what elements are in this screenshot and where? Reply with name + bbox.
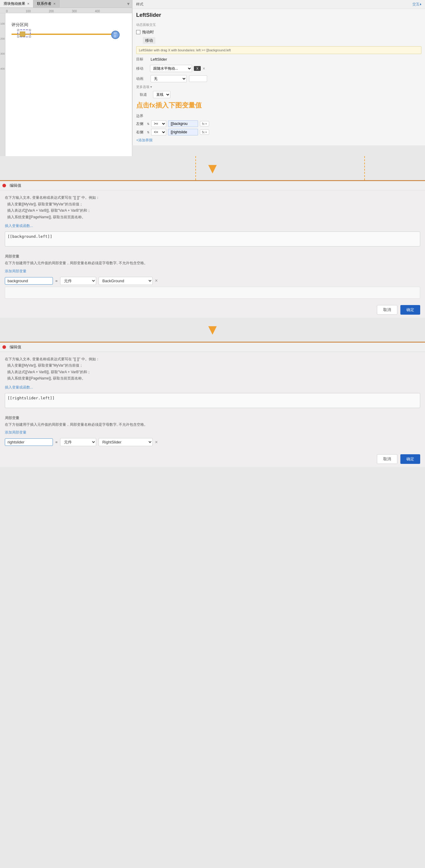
animation-select[interactable]: 无	[150, 75, 187, 82]
move-action-row: 移动	[133, 36, 425, 45]
movement-x-badge: X	[194, 66, 201, 71]
target-label: 目标	[136, 57, 148, 62]
dialog2-var-row: = 元件 RightSlider ×	[5, 438, 420, 446]
tab-close-icon[interactable]: ✕	[27, 2, 29, 5]
dialog2-bullet-2: 插入表达式[[VarA + VarB]], 获取"VarA + VarB"的和；	[7, 369, 420, 376]
right-boundary-value: [[rightslide	[168, 129, 198, 135]
panel-section-label: 样式	[136, 2, 143, 7]
component-name: LeftSlider	[133, 9, 425, 21]
slider-right-thumb[interactable]: 10分	[111, 31, 120, 39]
dialog2-var-delete-icon[interactable]: ×	[155, 439, 158, 445]
handle-br	[29, 36, 31, 37]
dialog1-cancel-button[interactable]: 取消	[377, 305, 397, 315]
dialog2-var-component[interactable]: RightSlider	[98, 438, 153, 446]
tab-contact-close-icon[interactable]: ✕	[53, 2, 56, 5]
dialog1-var-name[interactable]	[5, 277, 53, 285]
dialog1-bullet-3: 插入系统变量[[PageName]], 获取当前页面名称。	[7, 214, 420, 221]
separator2-section: ▼	[0, 318, 425, 342]
handle-bl	[17, 36, 19, 37]
dialog1-var-type[interactable]: 元件	[60, 277, 96, 285]
animation-label: 动画	[136, 76, 148, 81]
dialog1-var-delete-icon[interactable]: ×	[155, 278, 158, 283]
handle-tl	[17, 29, 19, 31]
track-label: 轨道	[136, 91, 150, 98]
panel-header: 样式 交互♦	[133, 0, 425, 9]
dialog2-title: 编辑值	[10, 344, 21, 350]
dashed-line-right	[364, 156, 365, 180]
dialog1-insert-link[interactable]: 插入变量或函数...	[5, 223, 420, 228]
right-op-select[interactable]: <=	[151, 129, 166, 135]
dialog1-empty-area	[5, 287, 420, 299]
right-close-x-icon[interactable]: ×	[205, 130, 207, 134]
dialog1-var-component[interactable]: BackGround	[98, 277, 153, 285]
target-row: 目标 LeftSlider	[133, 55, 425, 63]
dialog2-instructions: 在下方输入文本, 变量名称或表达式要写在 "[[ ]]" 中。例如： 插入变量[…	[5, 356, 420, 382]
track-row: 轨道 直线	[133, 90, 425, 99]
right-fx-button[interactable]: fx ×	[200, 129, 209, 135]
dialog1-local-var: 局部变量 在下方创建用于插入元件值的局部变量，局部变量名称必须是字母数字, 不允…	[0, 251, 425, 302]
dialog1-bullet-2: 插入表达式[[VarA + VarB]], 获取"VarA + VarB"的和；	[7, 208, 420, 214]
dialog2-local-var-desc: 在下方创建用于插入元件值的局部变量，局部变量名称必须是字母数字, 不允许包含空格…	[5, 422, 420, 428]
orange-hint-text: 点击fx插入下图变量值	[136, 101, 202, 109]
dialog2-local-var: 局部变量 在下方创建用于插入元件值的局部变量，局部变量名称必须是字母数字, 不允…	[0, 412, 425, 451]
dialog2-confirm-button[interactable]: 确定	[400, 454, 420, 464]
track-select[interactable]: 直线	[153, 91, 170, 98]
dialog1-instructions: 在下方输入文本, 变量名称或表达式要写在 "[[ ]]" 中。例如： 插入变量[…	[5, 194, 420, 220]
fx-label: fx	[202, 122, 205, 125]
slider-track[interactable]: 10分	[11, 31, 120, 40]
close-x-icon[interactable]: ×	[205, 122, 207, 125]
dialog1-add-var-link[interactable]: 添加局部变量	[5, 269, 420, 274]
drag-checkbox[interactable]	[136, 30, 140, 34]
more-options[interactable]: 更多选项 ▾	[133, 84, 425, 90]
dialog1-container: 编辑值 在下方输入文本, 变量名称或表达式要写在 "[[ ]]" 中。例如： 插…	[0, 180, 425, 318]
description-text: LeftSlider with drag X with boundaries: …	[139, 48, 231, 52]
move-label: 移动	[143, 37, 155, 44]
dialog2-var-name[interactable]	[5, 438, 53, 446]
dialog1-title: 编辑值	[10, 183, 21, 188]
movement-select[interactable]: 跟随水平拖动...	[150, 65, 192, 72]
tab-slider-effect[interactable]: 滑块拖动效果 ✕	[0, 0, 33, 7]
interaction-link[interactable]: 交互♦	[413, 2, 421, 7]
tab-slider-label: 滑块拖动效果	[4, 1, 25, 6]
dialog2-local-var-title: 局部变量	[5, 415, 420, 421]
dialog2-cancel-button[interactable]: 取消	[377, 454, 397, 464]
left-fx-button[interactable]: fx ×	[200, 121, 209, 126]
ruler-vertical: 100 200 300 400	[0, 13, 5, 156]
score-label: 评分区间	[11, 22, 120, 28]
boundary-title: 边界	[136, 114, 421, 119]
dialog2-add-var-link[interactable]: 添加局部变量	[5, 430, 420, 435]
dialog2-textarea[interactable]: [[rightslider.left]]	[5, 393, 420, 408]
dialog1-var-eq: =	[55, 279, 58, 283]
dialog2-titlebar: 编辑值	[0, 343, 425, 352]
dialog2-intro: 在下方输入文本, 变量名称或表达式要写在 "[[ ]]" 中。例如：	[5, 356, 420, 363]
dialog1-confirm-button[interactable]: 确定	[400, 305, 420, 315]
animation-duration[interactable]: 500	[189, 75, 207, 82]
dialog2-insert-link[interactable]: 插入变量或函数...	[5, 385, 420, 390]
dialog2-var-type[interactable]: 元件	[60, 438, 96, 446]
tab-more-icon[interactable]: ▾	[125, 1, 132, 7]
slider-value-label: 10分	[114, 32, 117, 38]
drag-label: 拖动时	[142, 29, 154, 35]
dialog2-container: 编辑值 在下方输入文本, 变量名称或表达式要写在 "[[ ]]" 中。例如： 插…	[0, 342, 425, 467]
dynamic-panel-label: 动态面板交互	[133, 21, 425, 28]
dialog2-bullet-3: 插入系统变量[[PageName]], 获取当前页面名称。	[7, 375, 420, 382]
selection-box	[18, 29, 31, 37]
right-side-label: 右侧	[136, 130, 145, 135]
drag-action-row: 拖动时	[133, 28, 425, 36]
left-boundary-row: 左侧 ⇅ >= [[backgrou fx ×	[136, 120, 421, 127]
dialog1-textarea[interactable]: [[background.left]]	[5, 231, 420, 247]
orange-hint-container: 点击fx插入下图变量值	[133, 99, 425, 112]
target-value: LeftSlider	[150, 57, 167, 62]
right-panel: 样式 交互♦ LeftSlider 动态面板交互 拖动时 移动 LeftSlid…	[132, 0, 425, 145]
left-op-select[interactable]: >=	[151, 120, 166, 127]
dialog2-red-dot	[2, 345, 6, 349]
tab-contact[interactable]: 联系作者 ✕	[33, 0, 59, 7]
dialog1-bullet-1: 插入变量[[MyVar]], 获取变量"MyVar"的当前值；	[7, 201, 420, 208]
tab-contact-label: 联系作者	[37, 1, 51, 6]
right-arrows-icon: ⇅	[147, 131, 149, 134]
animation-row: 动画 无 500	[133, 73, 425, 84]
add-limit-link[interactable]: +添加界限	[136, 137, 421, 144]
dialog1-body: 在下方输入文本, 变量名称或表达式要写在 "[[ ]]" 中。例如： 插入变量[…	[0, 190, 425, 251]
movement-close-icon[interactable]: ×	[203, 66, 205, 71]
right-fx-label: fx	[202, 130, 205, 134]
